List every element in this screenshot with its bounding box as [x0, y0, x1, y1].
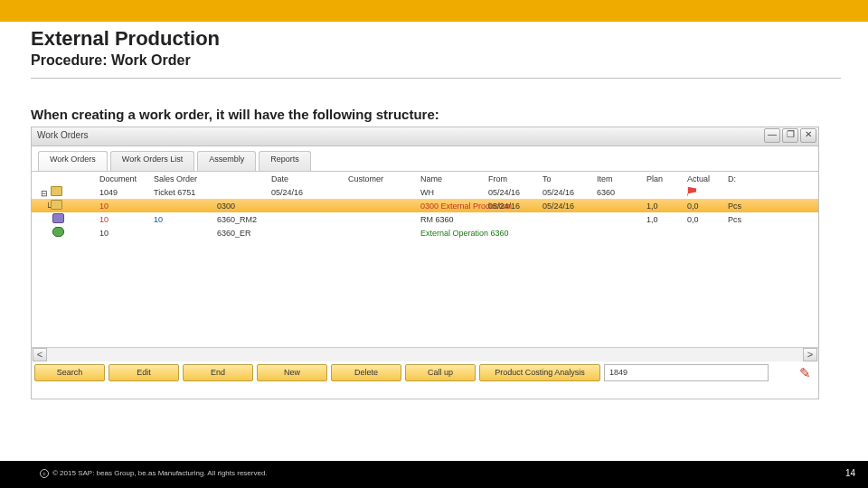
cell: 6360_RM2 — [217, 215, 271, 224]
new-button[interactable]: New — [257, 364, 327, 381]
search-button[interactable]: Search — [34, 364, 105, 381]
footer: c© 2015 SAP: beas Group, be.as Manufactu… — [0, 461, 868, 488]
call-up-button[interactable]: Call up — [405, 364, 476, 381]
delete-button[interactable]: Delete — [331, 364, 401, 381]
cell-document: 10 — [99, 202, 154, 211]
cell-actual: 0,0 — [687, 215, 728, 224]
button-bar: Search Edit End New Delete Call up Produ… — [34, 364, 816, 381]
tree-cell — [41, 227, 99, 239]
edit-button[interactable]: Edit — [108, 364, 179, 381]
flag-icon — [687, 187, 696, 196]
grid-header: Document Sales Order Date Customer Name … — [32, 172, 818, 185]
col-item: Item — [597, 174, 646, 183]
cell-document: 10 — [99, 215, 154, 224]
tree-cell — [41, 213, 99, 225]
tab-work-orders-list[interactable]: Work Orders List — [110, 151, 194, 171]
id-field[interactable]: 1849 — [604, 364, 769, 381]
col-date: Date — [271, 174, 348, 183]
window-titlebar: Work Orders — ❐ ✕ — [32, 127, 818, 146]
cell-actual — [687, 187, 728, 198]
table-row[interactable]: └ 10 0300 0300 External Production 05/24… — [32, 199, 818, 212]
cart-icon — [52, 213, 64, 223]
restore-button[interactable]: ❐ — [782, 128, 798, 143]
tab-reports[interactable]: Reports — [259, 151, 311, 171]
tab-bar: Work Orders Work Orders List Assembly Re… — [32, 146, 818, 171]
cell-actual: 0,0 — [687, 202, 728, 211]
cell-unit: Pcs — [728, 202, 782, 211]
tab-work-orders[interactable]: Work Orders — [38, 151, 108, 171]
col-d: D: — [728, 174, 782, 183]
operation-icon — [52, 227, 64, 237]
close-button[interactable]: ✕ — [800, 128, 816, 143]
table-row[interactable]: 10 10 6360_RM2 RM 6360 1,0 0,0 Pcs — [32, 212, 818, 226]
page-subtitle: Procedure: Work Order — [31, 52, 835, 69]
cell: 0300 — [217, 202, 271, 211]
scroll-right-icon[interactable]: > — [803, 348, 817, 361]
col-to: To — [542, 174, 597, 183]
cell: 6360_ER — [217, 229, 271, 238]
copyright-icon: c — [40, 469, 49, 478]
cell-to: 05/24/16 — [542, 202, 597, 211]
cell-to: 05/24/16 — [542, 188, 597, 197]
cell-name: RM 6360 — [420, 215, 488, 224]
tab-assembly[interactable]: Assembly — [197, 151, 256, 171]
title-area: External Production Procedure: Work Orde… — [31, 27, 835, 69]
horizontal-scrollbar[interactable]: < > — [32, 347, 818, 361]
folder-icon — [51, 186, 62, 196]
cell-item: 6360 — [597, 188, 646, 197]
cell-plan: 1,0 — [646, 202, 687, 211]
cell: 10 — [154, 215, 217, 224]
scroll-left-icon[interactable]: < — [33, 348, 47, 361]
cell-name: WH — [420, 188, 488, 197]
grid-area: Document Sales Order Date Customer Name … — [32, 171, 818, 384]
folder-icon — [51, 200, 62, 210]
col-from: From — [488, 174, 542, 183]
cell-name: External Operation 6360 — [420, 229, 488, 238]
cell-document: 10 — [99, 229, 154, 238]
copyright-text: © 2015 SAP: beas Group, be.as Manufactur… — [52, 469, 268, 477]
pencil-icon[interactable]: ✎ — [799, 365, 811, 381]
window-title: Work Orders — [37, 130, 89, 140]
table-row[interactable]: 10 6360_ER External Operation 6360 — [32, 226, 818, 239]
page-title: External Production — [31, 27, 835, 51]
table-row[interactable]: ⊟ 1049 Ticket 6751 05/24/16 WH 05/24/16 … — [32, 185, 818, 199]
cell-from: 05/24/16 — [488, 188, 542, 197]
col-name: Name — [420, 174, 488, 183]
end-button[interactable]: End — [183, 364, 253, 381]
col-plan: Plan — [646, 174, 687, 183]
col-sales-order: Sales Order — [154, 174, 217, 183]
minimize-button[interactable]: — — [764, 128, 780, 143]
col-actual: Actual — [687, 174, 728, 183]
cell-name: 0300 External Production — [420, 202, 488, 211]
copyright: c© 2015 SAP: beas Group, be.as Manufactu… — [40, 469, 268, 478]
page-number: 14 — [845, 468, 855, 478]
cell-plan: 1,0 — [646, 215, 687, 224]
cell-unit: Pcs — [728, 215, 782, 224]
tree-cell: └ — [41, 200, 99, 211]
brand-bar — [0, 0, 868, 22]
divider — [31, 78, 841, 79]
intro-text: When creating a work order, it will have… — [31, 107, 439, 122]
cell-document: 1049 — [99, 188, 154, 197]
col-customer: Customer — [348, 174, 420, 183]
cell-date: 05/24/16 — [271, 188, 348, 197]
tree-cell: ⊟ — [41, 186, 99, 198]
product-costing-button[interactable]: Product Costing Analysis — [479, 364, 600, 381]
cell-sales: Ticket 6751 — [154, 188, 217, 197]
col-document: Document — [99, 174, 154, 183]
cell-from: 05/24/16 — [488, 202, 542, 211]
work-orders-window: Work Orders — ❐ ✕ Work Orders Work Order… — [31, 127, 819, 399]
